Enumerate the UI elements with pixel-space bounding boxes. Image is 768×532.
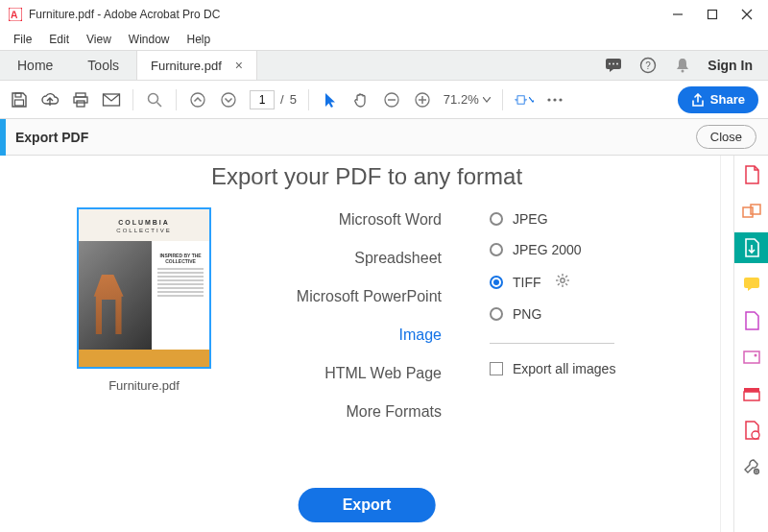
option-jpeg[interactable]: JPEG — [490, 211, 615, 227]
thumb-subtitle: COLLECTIVE — [79, 228, 209, 241]
cloud-icon[interactable] — [40, 90, 60, 109]
zoom-out-icon[interactable] — [382, 90, 401, 109]
right-tools-rail — [733, 156, 768, 532]
chat-icon[interactable] — [604, 56, 623, 75]
help-icon[interactable]: ? — [638, 56, 658, 75]
bell-icon[interactable] — [673, 56, 692, 75]
format-html[interactable]: HTML Web Page — [259, 365, 442, 382]
redact-icon[interactable] — [742, 421, 761, 440]
svg-point-29 — [553, 98, 556, 101]
option-jpeg2000[interactable]: JPEG 2000 — [490, 242, 615, 257]
svg-text:?: ? — [646, 60, 652, 71]
radio-icon — [490, 243, 503, 256]
export-panel-title: Export PDF — [15, 130, 88, 145]
svg-point-30 — [559, 98, 562, 101]
zoom-in-icon[interactable] — [413, 90, 432, 109]
mail-icon[interactable] — [102, 90, 121, 109]
close-panel-button[interactable]: Close — [696, 125, 756, 149]
comment-icon[interactable] — [742, 275, 761, 294]
svg-line-36 — [558, 276, 560, 278]
format-word[interactable]: Microsoft Word — [259, 211, 442, 229]
menubar: File Edit View Window Help — [0, 29, 768, 50]
zoom-dropdown[interactable]: 71.2% — [444, 92, 491, 107]
svg-line-39 — [558, 283, 560, 285]
create-pdf-icon[interactable] — [742, 165, 761, 184]
export-content: Export your PDF to any format COLUMBIA C… — [0, 156, 733, 532]
svg-line-19 — [157, 102, 162, 107]
format-spreadsheet[interactable]: Spreadsheet — [259, 250, 442, 267]
radio-icon — [490, 212, 503, 226]
thumb-text-panel: INSPIRED BY THE COLLECTIVE — [152, 241, 209, 350]
svg-rect-43 — [744, 351, 759, 363]
image-options: JPEG JPEG 2000 TIFF PNG Export all image… — [480, 207, 615, 421]
svg-rect-45 — [744, 392, 759, 400]
more-icon[interactable] — [545, 90, 564, 109]
page-indicator: / 5 — [250, 90, 297, 109]
combine-icon[interactable] — [742, 202, 761, 221]
search-icon[interactable] — [145, 90, 164, 109]
more-tools-icon[interactable] — [742, 457, 761, 476]
menu-window[interactable]: Window — [121, 31, 178, 48]
tab-home[interactable]: Home — [0, 51, 70, 80]
svg-rect-27 — [517, 95, 524, 103]
svg-rect-42 — [744, 278, 759, 288]
page-sep: / — [280, 92, 284, 107]
menu-file[interactable]: File — [6, 31, 39, 48]
tab-document-label: Furniture.pdf — [151, 59, 222, 73]
tab-document[interactable]: Furniture.pdf × — [136, 51, 257, 80]
share-icon — [691, 93, 705, 107]
menu-view[interactable]: View — [79, 31, 119, 48]
scrollbar[interactable] — [720, 156, 733, 532]
fit-width-icon[interactable] — [515, 90, 534, 109]
svg-line-37 — [565, 283, 567, 285]
page-input[interactable] — [250, 90, 275, 109]
option-png[interactable]: PNG — [490, 306, 615, 322]
menu-edit[interactable]: Edit — [41, 31, 77, 48]
zoom-value: 71.2% — [444, 92, 479, 107]
format-image[interactable]: Image — [259, 326, 442, 344]
share-label: Share — [710, 92, 745, 107]
save-icon[interactable] — [10, 90, 29, 109]
divider — [490, 343, 614, 344]
document-thumbnail[interactable]: COLUMBIA COLLECTIVE INSPIRED BY THE COLL… — [77, 207, 211, 369]
option-export-all[interactable]: Export all images — [490, 361, 615, 376]
option-tiff[interactable]: TIFF — [490, 273, 615, 291]
format-more[interactable]: More Formats — [259, 403, 442, 421]
page-down-icon[interactable] — [219, 90, 238, 109]
enhance-icon[interactable] — [742, 348, 761, 367]
share-button[interactable]: Share — [678, 86, 758, 113]
menu-help[interactable]: Help — [180, 31, 219, 48]
svg-point-11 — [682, 70, 684, 73]
svg-point-31 — [560, 278, 564, 282]
select-tool-icon[interactable] — [321, 90, 340, 109]
hand-tool-icon[interactable] — [351, 90, 371, 109]
protect-icon[interactable] — [742, 384, 761, 403]
checkbox-icon — [490, 362, 503, 375]
page-up-icon[interactable] — [188, 90, 207, 109]
svg-rect-15 — [74, 97, 87, 103]
toolbar: / 5 71.2% Share — [0, 81, 768, 119]
titlebar: Furniture.pdf - Adobe Acrobat Pro DC — [0, 0, 768, 29]
close-window-button[interactable] — [730, 1, 764, 28]
organize-icon[interactable] — [742, 311, 761, 330]
svg-rect-12 — [15, 93, 21, 97]
thumb-title: COLUMBIA — [79, 209, 209, 228]
export-button[interactable]: Export — [299, 488, 436, 522]
print-icon[interactable] — [71, 90, 90, 109]
close-tab-icon[interactable]: × — [235, 58, 243, 73]
format-list: Microsoft Word Spreadsheet Microsoft Pow… — [259, 207, 442, 421]
panel-handle — [0, 119, 6, 156]
svg-point-18 — [149, 93, 158, 103]
radio-icon — [490, 307, 503, 321]
svg-point-21 — [222, 93, 235, 107]
minimize-button[interactable] — [660, 1, 695, 28]
sign-in-link[interactable]: Sign In — [708, 58, 753, 73]
tab-tools[interactable]: Tools — [70, 51, 136, 80]
maximize-button[interactable] — [695, 1, 730, 28]
svg-point-44 — [754, 354, 756, 357]
svg-point-6 — [609, 63, 611, 65]
settings-icon[interactable] — [555, 273, 570, 291]
svg-point-28 — [547, 98, 550, 101]
export-pdf-icon[interactable] — [742, 238, 761, 257]
format-powerpoint[interactable]: Microsoft PowerPoint — [259, 288, 442, 305]
